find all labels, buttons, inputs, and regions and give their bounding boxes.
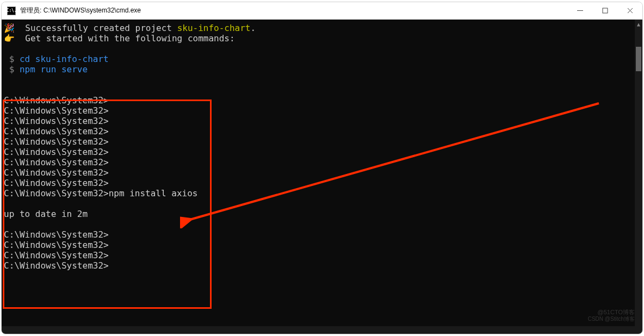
text: Get started with the following commands: bbox=[15, 33, 235, 43]
prompt: C:\Windows\System32> bbox=[4, 147, 109, 157]
command: npm install axios bbox=[109, 188, 198, 198]
prompt: C:\Windows\System32> bbox=[4, 250, 109, 260]
svg-rect-1 bbox=[603, 8, 608, 13]
prompt: C:\Windows\System32> bbox=[4, 260, 109, 271]
scroll-up-arrow[interactable]: ▲ bbox=[635, 20, 642, 28]
text: Successfully created project bbox=[15, 23, 177, 33]
scrollbar-thumb[interactable] bbox=[636, 47, 641, 71]
close-button[interactable] bbox=[617, 2, 642, 19]
output-line: up to date in 2m bbox=[4, 209, 88, 219]
app-icon: C:\. bbox=[7, 7, 16, 15]
project-name: sku-info-chart bbox=[177, 23, 251, 33]
prompt: C:\Windows\System32> bbox=[4, 136, 109, 147]
prompt: C:\Windows\System32> bbox=[4, 126, 109, 136]
text: . bbox=[250, 23, 256, 33]
prompt: C:\Windows\System32> bbox=[4, 178, 109, 188]
window-controls bbox=[567, 2, 642, 19]
maximize-button[interactable] bbox=[592, 2, 617, 19]
prompt-dollar: $ bbox=[4, 64, 20, 74]
prompt: C:\Windows\System32> bbox=[4, 188, 109, 198]
prompt: C:\Windows\System32> bbox=[4, 116, 109, 126]
prompt: C:\Windows\System32> bbox=[4, 167, 109, 178]
prompt: C:\Windows\System32> bbox=[4, 95, 109, 105]
terminal-output[interactable]: 🎉 Successfully created project sku-info-… bbox=[2, 20, 635, 326]
emoji-icon: 🎉 bbox=[4, 23, 15, 33]
cmd-window: C:\. 管理员: C:\WINDOWS\system32\cmd.exe 🎉 … bbox=[1, 2, 643, 334]
terminal-area: 🎉 Successfully created project sku-info-… bbox=[2, 20, 642, 326]
minimize-button[interactable] bbox=[567, 2, 592, 19]
prompt: C:\Windows\System32> bbox=[4, 105, 109, 116]
prompt: C:\Windows\System32> bbox=[4, 229, 109, 240]
horizontal-scrollbar[interactable] bbox=[2, 326, 642, 334]
command: cd sku-info-chart bbox=[20, 54, 109, 64]
prompt: C:\Windows\System32> bbox=[4, 157, 109, 167]
vertical-scrollbar[interactable]: ▲ bbox=[635, 20, 642, 326]
command: npm run serve bbox=[20, 64, 88, 74]
prompt: C:\Windows\System32> bbox=[4, 240, 109, 250]
emoji-icon: 👉 bbox=[4, 33, 15, 43]
titlebar[interactable]: C:\. 管理员: C:\WINDOWS\system32\cmd.exe bbox=[2, 2, 642, 20]
prompt-dollar: $ bbox=[4, 54, 20, 64]
window-title: 管理员: C:\WINDOWS\system32\cmd.exe bbox=[20, 6, 141, 15]
